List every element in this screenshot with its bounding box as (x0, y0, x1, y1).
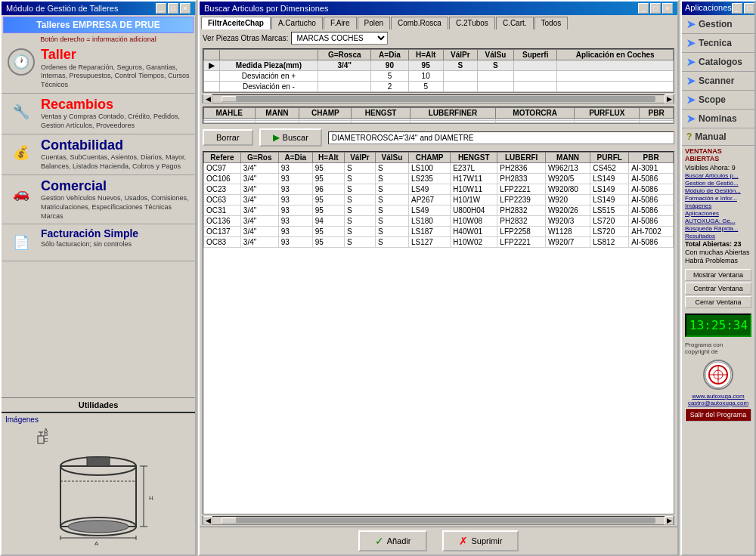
cerrar-ventana-btn[interactable]: Cerrar Ventana (685, 296, 751, 308)
right-menu-scope[interactable]: ➤ Scope (682, 91, 754, 110)
tab-acartucho[interactable]: A.Cartucho (271, 17, 323, 29)
menu-item-comercial[interactable]: 🚗 Comercial Gestion Vehículos Nuevos, Us… (2, 175, 195, 225)
scrollbar-h1[interactable]: ◀ ▶ (203, 94, 674, 103)
maximize-btn[interactable]: □ (168, 3, 178, 14)
dim-a-2[interactable]: 2 (371, 82, 408, 92)
scroll-thumb-1[interactable] (222, 96, 237, 102)
dim-g-2[interactable] (318, 82, 371, 92)
website-email[interactable]: castro@autoxuga.com (682, 400, 754, 406)
ventanas-item-2[interactable]: Módulo de Gestión... (685, 187, 751, 194)
dim-vs-2[interactable] (477, 82, 513, 92)
menu-item-facturacion[interactable]: 📄 Facturación Simple Sólo facturacion; s… (2, 224, 195, 261)
dim-g-1[interactable] (318, 71, 371, 82)
right-menu-scanner[interactable]: ➤ Scanner (682, 72, 754, 91)
dim-row-0[interactable]: ▶ Medida Pieza(mm) 3/4" 90 95 S S (204, 60, 674, 71)
dim-h-2[interactable]: 5 (408, 82, 443, 92)
result-row-4[interactable]: OC313/4"9395SSLS49U800H04PH2832W920/26LS… (204, 205, 674, 216)
tab-polen[interactable]: Polen (358, 17, 391, 29)
middle-close-btn[interactable]: × (662, 3, 673, 14)
ventanas-item-3[interactable]: Formación e Infor... (685, 195, 751, 202)
right-maximize-btn[interactable]: □ (744, 3, 754, 14)
website-main[interactable]: www.autoxuga.com (682, 393, 754, 400)
dim-vp-1[interactable] (443, 71, 477, 82)
ventanas-item-7[interactable]: Búsqueda Rápida... (685, 225, 751, 232)
result-row-3[interactable]: OC633/4"9395SSAP267H10/1WLFP2239W920LS14… (204, 195, 674, 205)
results-table-container[interactable]: Refere G=Ros A=Dia H=Alt VálPr VálSu CHA… (203, 151, 674, 514)
dim-vp-0[interactable]: S (443, 60, 477, 71)
dim-row-1[interactable]: Desviación en + 5 10 (204, 71, 674, 82)
dim-sup-1[interactable] (514, 71, 557, 82)
brands-cell2-2[interactable] (299, 121, 352, 123)
right-menu-manual[interactable]: ? Manual (682, 128, 754, 146)
middle-minimize-btn[interactable]: _ (638, 3, 649, 14)
suprimir-button[interactable]: ✗ Suprimir (442, 530, 519, 551)
scroll-left-btn-2[interactable]: ◀ (203, 516, 212, 525)
tab-ccart[interactable]: C.Cart. (496, 17, 534, 29)
dim-sup-2[interactable] (514, 82, 557, 92)
right-menu-nominas[interactable]: ➤ Nominas (682, 110, 754, 128)
scroll-thumb-2[interactable] (222, 517, 237, 524)
dim-vs-1[interactable] (477, 71, 513, 82)
mostrar-ventana-btn[interactable]: Mostrar Ventana (685, 269, 751, 281)
middle-maximize-btn[interactable]: □ (650, 3, 661, 14)
scroll-left-btn-1[interactable]: ◀ (203, 94, 212, 103)
result-row-2[interactable]: OC233/4"9396SSLS49H10W11LFP2221W920/80LS… (204, 184, 674, 195)
borrar-button[interactable]: Borrar (203, 129, 253, 146)
dim-h-0[interactable]: 95 (408, 60, 443, 71)
ventanas-item-6[interactable]: AUTOXUGA: Ge... (685, 218, 751, 224)
dim-row-2[interactable]: Desviación en - 2 5 (204, 82, 674, 92)
result-row-1[interactable]: OC1063/4"9395SSLS235H17W11PH2833W920/5LS… (204, 174, 674, 184)
right-minimize-btn[interactable]: _ (732, 3, 742, 14)
tab-c2tubos[interactable]: C.2Tubos (449, 17, 495, 29)
dim-app-0[interactable] (557, 60, 674, 71)
menu-item-recambios[interactable]: 🔧 Recambios Ventas y Compras Contado, Cr… (2, 94, 195, 134)
scroll-right-btn-1[interactable]: ▶ (665, 94, 674, 103)
menu-item-contabilidad[interactable]: 💰 Contabilidad Cuentas, SubCuentas, Asie… (2, 134, 195, 175)
dim-a-0[interactable]: 90 (371, 60, 408, 71)
menu-item-taller[interactable]: 🕐 Taller Ordenes de Reparación, Seguros,… (2, 44, 195, 94)
filter-select[interactable]: MARCAS COCHES TODAS LAS MARCAS SIN FILTR… (291, 32, 388, 45)
dim-h-1[interactable]: 10 (408, 71, 443, 82)
scrollbar-h2[interactable]: ◀ ▶ (203, 516, 674, 525)
close-btn[interactable]: × (180, 3, 191, 14)
dim-g-0[interactable]: 3/4" (318, 60, 371, 71)
ventanas-item-8[interactable]: Resultados (685, 233, 751, 239)
tab-filtraceitechap[interactable]: FiltrAceiteChap (201, 17, 271, 29)
result-row-6[interactable]: OC1373/4"9395SSLS187H40W01LFP2258W1128LS… (204, 227, 674, 237)
brands-cell2-4[interactable] (410, 121, 495, 123)
brands-cell2-5[interactable] (496, 121, 575, 123)
brands-cell2-0[interactable] (204, 121, 256, 123)
brands-cell2-7[interactable] (640, 121, 674, 123)
ventanas-item-0[interactable]: Buscar Articulos p... (685, 172, 751, 179)
brands-cell2-1[interactable] (255, 121, 299, 123)
right-menu-gestion[interactable]: ➤ Gestion (682, 15, 754, 34)
brands-cell2-3[interactable] (352, 121, 410, 123)
centrar-ventana-btn[interactable]: Centrar Ventana (685, 283, 751, 295)
result-row-7[interactable]: OC833/4"9395SSLS127H10W02LFP2221W920/7LS… (204, 237, 674, 248)
exit-program-btn[interactable]: Salir del Programa (685, 408, 751, 422)
right-menu-tecnica[interactable]: ➤ Tecnica (682, 34, 754, 53)
scroll-right-btn-2[interactable]: ▶ (665, 516, 674, 525)
result-row-0[interactable]: OC973/4"9395SSLS100E237LPH2836W962/13CS4… (204, 163, 674, 174)
minimize-btn[interactable]: _ (156, 3, 166, 14)
tab-todos[interactable]: Todos (534, 17, 569, 29)
buscar-button[interactable]: ▶ Buscar (259, 128, 322, 147)
result-cell-5-6: LS180 (408, 216, 450, 227)
result-row-5[interactable]: OC1363/4"9394SSLS180H10W08PH2832W920/3LS… (204, 216, 674, 227)
tab-combrosca[interactable]: Comb.Rosca (391, 17, 448, 29)
dim-app-2[interactable] (557, 82, 674, 92)
result-cell-5-3: 94 (312, 216, 344, 227)
dim-app-1[interactable] (557, 71, 674, 82)
brands-cell2-6[interactable] (575, 121, 640, 123)
ventanas-item-4[interactable]: Imágenes (685, 202, 751, 209)
dim-vs-0[interactable]: S (477, 60, 513, 71)
anadir-button[interactable]: ✓ Añadir (358, 530, 428, 551)
dim-sup-0[interactable] (514, 60, 557, 71)
tab-faire[interactable]: F.Aire (324, 17, 357, 29)
dim-a-1[interactable]: 5 (371, 71, 408, 82)
dim-vp-2[interactable] (443, 82, 477, 92)
right-menu-catalogos[interactable]: ➤ Catalogos (682, 53, 754, 72)
ventanas-item-5[interactable]: Aplicaciones (685, 210, 751, 217)
ventanas-item-1[interactable]: Gestion de Gestió... (685, 180, 751, 187)
utilidades-bar[interactable]: Utilidades (2, 397, 195, 412)
